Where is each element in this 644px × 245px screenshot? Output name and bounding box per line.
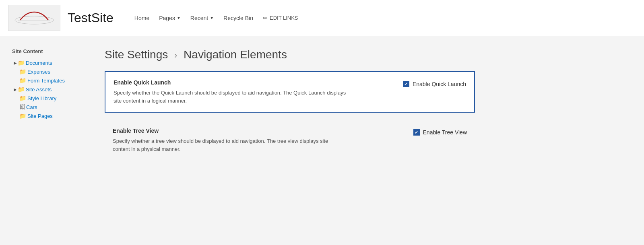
- pencil-icon: ✏: [263, 15, 268, 21]
- site-logo: [8, 5, 60, 31]
- nav-recycle-bin[interactable]: Recycle Bin: [219, 12, 258, 25]
- tree-view-section: Enable Tree View Specify whether a tree …: [105, 120, 475, 160]
- nav-pages[interactable]: Pages ▼: [154, 12, 186, 25]
- main-layout: Site Content ▶ 📁 Documents 📁 Expenses 📁 …: [0, 36, 644, 237]
- quick-launch-checkbox-label[interactable]: Enable Quick Launch: [403, 81, 466, 87]
- content-area: Site Settings › Navigation Elements Enab…: [80, 48, 644, 237]
- quick-launch-section: Enable Quick Launch Specify whether the …: [105, 71, 475, 113]
- page-heading: Site Settings › Navigation Elements: [105, 48, 628, 61]
- logo-area: TestSite: [8, 5, 114, 31]
- sidebar-item-expenses[interactable]: 📁 Expenses: [12, 67, 80, 76]
- sidebar-item-documents[interactable]: ▶ 📁 Documents: [12, 58, 80, 67]
- image-icon: 🖼: [19, 104, 25, 110]
- sidebar-item-site-pages[interactable]: 📁 Site Pages: [12, 111, 80, 120]
- quick-launch-desc-text: Specify whether the Quick Launch should …: [114, 89, 347, 105]
- expand-arrow-icon: ▶: [14, 87, 17, 92]
- tree-view-description: Enable Tree View Specify whether a tree …: [113, 128, 397, 153]
- expand-arrow-icon: ▶: [14, 61, 17, 65]
- chevron-down-icon: ▼: [210, 16, 214, 20]
- tree-view-checkbox[interactable]: [413, 129, 420, 136]
- sidebar-item-site-assets[interactable]: ▶ 📁 Site Assets: [12, 85, 80, 94]
- sidebar-item-form-templates[interactable]: 📁 Form Templates: [12, 76, 80, 85]
- folder-icon: 📁: [19, 95, 26, 101]
- sidebar-item-cars[interactable]: 🖼 Cars: [12, 103, 80, 111]
- top-nav: Home Pages ▼ Recent ▼ Recycle Bin ✏ EDIT…: [130, 12, 303, 25]
- folder-icon: 📁: [18, 86, 25, 93]
- sidebar-item-style-library[interactable]: 📁 Style Library: [12, 94, 80, 103]
- folder-icon: 📁: [19, 113, 26, 119]
- tree-view-desc-text: Specify whether a tree view should be di…: [113, 137, 346, 153]
- sidebar: Site Content ▶ 📁 Documents 📁 Expenses 📁 …: [0, 48, 80, 237]
- folder-icon: 📁: [18, 60, 25, 66]
- edit-links-button[interactable]: ✏ EDIT LINKS: [258, 12, 303, 25]
- quick-launch-control: Enable Quick Launch: [387, 79, 466, 87]
- chevron-down-icon: ▼: [177, 16, 181, 20]
- tree-view-title: Enable Tree View: [113, 128, 397, 134]
- breadcrumb-separator: ›: [174, 50, 177, 60]
- nav-home[interactable]: Home: [130, 12, 154, 25]
- quick-launch-checkbox[interactable]: [403, 81, 409, 87]
- header: TestSite Home Pages ▼ Recent ▼ Recycle B…: [0, 0, 644, 36]
- folder-icon: 📁: [19, 68, 26, 75]
- site-title: TestSite: [68, 10, 114, 25]
- quick-launch-description: Enable Quick Launch Specify whether the …: [114, 79, 387, 105]
- folder-icon: 📁: [19, 77, 26, 84]
- tree-view-checkbox-label[interactable]: Enable Tree View: [413, 129, 467, 136]
- sidebar-title: Site Content: [12, 48, 80, 54]
- quick-launch-title: Enable Quick Launch: [114, 79, 387, 86]
- tree-view-control: Enable Tree View: [397, 128, 467, 136]
- nav-recent[interactable]: Recent ▼: [186, 12, 219, 25]
